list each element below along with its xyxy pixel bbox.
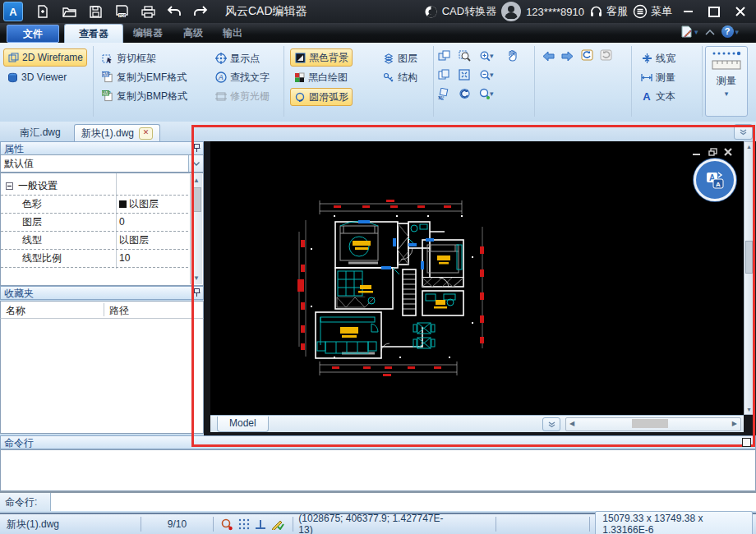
svg-text:BMP: BMP bbox=[102, 91, 110, 95]
zoom-in-dropdown[interactable]: ▾ bbox=[490, 52, 494, 60]
avatar-icon[interactable] bbox=[501, 2, 521, 21]
clip-frame-button[interactable]: 剪切框架 bbox=[99, 50, 159, 67]
tab-output[interactable]: 输出 bbox=[215, 25, 250, 40]
smooth-arc-label: 圆滑弧形 bbox=[309, 90, 348, 104]
measure-big-button[interactable]: 测量 ▾ bbox=[705, 46, 748, 117]
quick-edit-button[interactable]: ▾ bbox=[680, 25, 698, 38]
zoom-out-dropdown[interactable]: ▾ bbox=[490, 71, 494, 79]
tab-viewer[interactable]: 查看器 bbox=[64, 24, 123, 44]
edit-dropdown-arrow[interactable]: ▾ bbox=[694, 28, 698, 36]
tabbar-overflow-button[interactable] bbox=[734, 124, 753, 140]
edit-pencil-icon bbox=[680, 25, 693, 38]
property-row-layer[interactable]: 图层 0 bbox=[1, 213, 192, 232]
favorites-col-name[interactable]: 名称 bbox=[6, 304, 25, 318]
favorites-col-path[interactable]: 路径 bbox=[109, 304, 129, 318]
bw-drawing-button[interactable]: 黑白绘图 bbox=[290, 69, 351, 85]
redo-button[interactable] bbox=[190, 3, 211, 20]
page-undo-button[interactable] bbox=[579, 48, 594, 62]
copy-emf-button[interactable]: EMF 复制为EMF格式 bbox=[99, 69, 190, 85]
structure-button[interactable]: 结构 bbox=[380, 69, 421, 85]
canvas-close-button[interactable] bbox=[724, 148, 732, 156]
layout-overflow-button[interactable] bbox=[542, 417, 560, 431]
save-button[interactable] bbox=[85, 3, 106, 20]
view-back-button[interactable] bbox=[541, 49, 555, 62]
smooth-arc-button[interactable]: 圆滑弧形 bbox=[290, 88, 353, 106]
save-as-pdf-button[interactable]: PDF bbox=[111, 3, 132, 20]
tab-editor[interactable]: 编辑器 bbox=[125, 25, 171, 40]
doc-tab-close-icon[interactable]: ✕ bbox=[139, 127, 153, 140]
minimize-button[interactable] bbox=[677, 4, 698, 19]
selection-resize-handle[interactable] bbox=[742, 438, 751, 447]
measure-toggle-button[interactable]: 测量 bbox=[638, 69, 679, 85]
pin-icon[interactable] bbox=[193, 288, 201, 297]
help-dropdown-arrow[interactable]: ▾ bbox=[735, 28, 740, 36]
collapse-group-icon[interactable] bbox=[6, 182, 13, 190]
close-button[interactable] bbox=[730, 4, 751, 19]
pin-icon[interactable] bbox=[193, 144, 201, 153]
snap-toggle-icon[interactable] bbox=[221, 518, 233, 531]
scroll-down-icon: ▼ bbox=[745, 407, 753, 412]
statusbar: 新块(1).dwg 9/10 (1028675; 406377.9; 1.427… bbox=[0, 513, 756, 534]
model-tab[interactable]: Model bbox=[217, 417, 269, 432]
zoom-dynamic-dropdown[interactable]: ▾ bbox=[490, 90, 494, 98]
canvas-minimize-button[interactable] bbox=[693, 149, 703, 155]
canvas-hscrollbar[interactable]: ◀ ▶ bbox=[565, 417, 741, 431]
rotate-35-button[interactable]: 35° bbox=[436, 87, 451, 100]
copy-view-button[interactable] bbox=[436, 68, 451, 81]
cad-converter-button[interactable]: CAD转换器 bbox=[424, 4, 496, 19]
property-row-color[interactable]: 色彩 以图层 bbox=[1, 195, 192, 214]
drawing-canvas[interactable] bbox=[210, 141, 744, 415]
swap-view-button[interactable] bbox=[436, 49, 451, 62]
tab-advanced[interactable]: 高级 bbox=[176, 25, 210, 40]
3d-viewer-button[interactable]: 3D Viewer bbox=[3, 69, 70, 85]
lineweight-button[interactable]: 线宽 bbox=[638, 50, 679, 67]
layers-label: 图层 bbox=[398, 52, 417, 66]
new-file-button[interactable] bbox=[32, 3, 53, 20]
grid-toggle-icon[interactable] bbox=[238, 518, 250, 530]
translate-floating-button[interactable]: AA bbox=[694, 159, 736, 201]
doc-tab-nanhui[interactable]: 南汇.dwg bbox=[12, 124, 69, 140]
canvas-vscrollbar[interactable]: ▲ ▼ bbox=[744, 141, 754, 415]
zoom-window-button[interactable] bbox=[457, 49, 472, 62]
view-forward-button[interactable] bbox=[560, 49, 574, 62]
copy-emf-label: 复制为EMF格式 bbox=[117, 71, 187, 85]
measure-toggle-icon bbox=[641, 71, 652, 83]
black-background-button[interactable]: 黑色背景 bbox=[290, 48, 353, 67]
command-history[interactable] bbox=[0, 449, 756, 491]
black-background-label: 黑色背景 bbox=[309, 51, 348, 65]
preset-dropdown-button[interactable] bbox=[188, 155, 203, 172]
collapse-ribbon-icon[interactable] bbox=[705, 29, 715, 35]
app-logo-icon[interactable]: A bbox=[3, 2, 23, 21]
properties-scrollbar[interactable]: ▲ ▼ bbox=[190, 174, 202, 284]
zoom-extents-button[interactable] bbox=[457, 68, 472, 81]
copy-bmp-button[interactable]: BMP 复制为BMP格式 bbox=[99, 88, 191, 104]
property-group-row[interactable]: 一般设置 bbox=[1, 177, 192, 196]
maximize-button[interactable] bbox=[703, 4, 725, 19]
undo-button[interactable] bbox=[164, 3, 185, 20]
text-toggle-button[interactable]: A 文本 bbox=[638, 88, 679, 104]
canvas-restore-button[interactable] bbox=[708, 148, 717, 156]
pan-button[interactable] bbox=[505, 48, 519, 62]
doc-tab-xinkuai[interactable]: 新块(1).dwg ✕ bbox=[74, 124, 160, 141]
property-row-ltscale[interactable]: 线型比例 10 bbox=[1, 249, 192, 268]
open-file-button[interactable] bbox=[58, 3, 80, 20]
zoom-previous-button[interactable] bbox=[457, 87, 472, 100]
osnap-toggle-icon[interactable] bbox=[271, 518, 284, 530]
dotted-line-icon bbox=[712, 50, 741, 57]
property-preset-combo[interactable]: 默认值 bbox=[0, 154, 204, 173]
menu-button[interactable]: 菜单 bbox=[633, 4, 672, 19]
find-text-button[interactable]: A 查找文字 bbox=[212, 69, 273, 85]
favorites-list[interactable] bbox=[0, 319, 204, 434]
print-button[interactable] bbox=[137, 3, 159, 20]
show-points-button[interactable]: 显示点 bbox=[212, 50, 263, 67]
tab-file[interactable]: 文件 bbox=[7, 25, 59, 43]
property-row-linetype[interactable]: 线型 以图层 bbox=[1, 231, 192, 250]
ortho-toggle-icon[interactable] bbox=[255, 519, 266, 530]
layers-button[interactable]: 图层 bbox=[380, 50, 421, 67]
svg-text:35°: 35° bbox=[438, 95, 445, 100]
2d-wireframe-button[interactable]: 2D Wireframe bbox=[3, 48, 87, 67]
support-button[interactable]: 客服 bbox=[589, 4, 628, 19]
measure-big-dropdown[interactable]: ▾ bbox=[725, 90, 729, 98]
command-input[interactable] bbox=[51, 493, 756, 511]
help-button[interactable]: ? ▾ bbox=[721, 25, 740, 38]
